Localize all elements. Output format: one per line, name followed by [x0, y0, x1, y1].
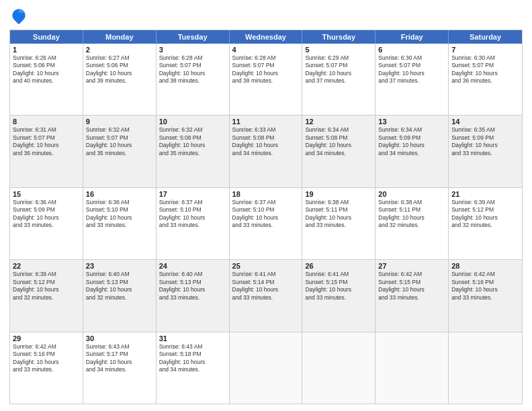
calendar-header-cell: Tuesday: [157, 30, 230, 44]
day-info: Sunrise: 6:42 AM Sunset: 5:16 PM Dayligh…: [13, 343, 80, 374]
calendar-cell: 6Sunrise: 6:30 AM Sunset: 5:07 PM Daylig…: [375, 44, 449, 115]
day-info: Sunrise: 6:34 AM Sunset: 5:08 PM Dayligh…: [305, 126, 372, 157]
calendar-row: 15Sunrise: 6:36 AM Sunset: 5:09 PM Dayli…: [10, 187, 522, 259]
calendar-cell: 25Sunrise: 6:41 AM Sunset: 5:14 PM Dayli…: [230, 260, 303, 331]
calendar-cell: 28Sunrise: 6:42 AM Sunset: 5:16 PM Dayli…: [449, 260, 522, 331]
calendar-header-cell: Friday: [375, 30, 449, 44]
day-info: Sunrise: 6:40 AM Sunset: 5:13 PM Dayligh…: [159, 271, 226, 302]
calendar-cell: 7Sunrise: 6:30 AM Sunset: 5:07 PM Daylig…: [449, 44, 522, 115]
day-number: 17: [159, 190, 226, 198]
day-number: 24: [159, 262, 226, 270]
day-number: 11: [232, 118, 300, 126]
day-info: Sunrise: 6:32 AM Sunset: 5:08 PM Dayligh…: [159, 126, 226, 157]
calendar-cell: 13Sunrise: 6:34 AM Sunset: 5:09 PM Dayli…: [375, 116, 449, 187]
calendar-cell: 3Sunrise: 6:28 AM Sunset: 5:07 PM Daylig…: [157, 44, 230, 115]
day-number: 9: [86, 118, 153, 126]
day-info: Sunrise: 6:28 AM Sunset: 5:07 PM Dayligh…: [159, 54, 226, 85]
day-info: Sunrise: 6:39 AM Sunset: 5:12 PM Dayligh…: [451, 199, 519, 230]
day-number: 18: [232, 190, 300, 198]
day-info: Sunrise: 6:41 AM Sunset: 5:15 PM Dayligh…: [305, 271, 372, 302]
calendar-row: 1Sunrise: 6:26 AM Sunset: 5:06 PM Daylig…: [10, 44, 522, 115]
day-number: 25: [232, 262, 300, 270]
calendar-cell: 19Sunrise: 6:38 AM Sunset: 5:11 PM Dayli…: [302, 188, 375, 259]
day-number: 30: [86, 334, 153, 342]
day-number: 1: [13, 46, 80, 54]
calendar-cell: 31Sunrise: 6:43 AM Sunset: 5:18 PM Dayli…: [157, 332, 230, 404]
day-info: Sunrise: 6:37 AM Sunset: 5:10 PM Dayligh…: [159, 199, 226, 230]
calendar-cell: 22Sunrise: 6:39 AM Sunset: 5:12 PM Dayli…: [10, 260, 83, 331]
calendar-header-cell: Saturday: [449, 30, 522, 44]
day-info: Sunrise: 6:36 AM Sunset: 5:09 PM Dayligh…: [13, 199, 80, 230]
calendar-cell: 10Sunrise: 6:32 AM Sunset: 5:08 PM Dayli…: [157, 116, 230, 187]
day-info: Sunrise: 6:42 AM Sunset: 5:15 PM Dayligh…: [378, 271, 445, 302]
calendar-cell: 29Sunrise: 6:42 AM Sunset: 5:16 PM Dayli…: [10, 332, 83, 404]
day-info: Sunrise: 6:41 AM Sunset: 5:14 PM Dayligh…: [232, 271, 300, 302]
day-number: 12: [305, 118, 372, 126]
day-info: Sunrise: 6:37 AM Sunset: 5:10 PM Dayligh…: [232, 199, 300, 230]
calendar-cell: 23Sunrise: 6:40 AM Sunset: 5:13 PM Dayli…: [83, 260, 157, 331]
day-info: Sunrise: 6:28 AM Sunset: 5:07 PM Dayligh…: [232, 54, 300, 85]
day-info: Sunrise: 6:26 AM Sunset: 5:06 PM Dayligh…: [13, 54, 80, 85]
calendar: SundayMondayTuesdayWednesdayThursdayFrid…: [9, 30, 523, 404]
calendar-cell: 24Sunrise: 6:40 AM Sunset: 5:13 PM Dayli…: [157, 260, 230, 331]
calendar-cell: 16Sunrise: 6:36 AM Sunset: 5:10 PM Dayli…: [83, 188, 157, 259]
calendar-cell: 18Sunrise: 6:37 AM Sunset: 5:10 PM Dayli…: [230, 188, 303, 259]
calendar-header-cell: Monday: [83, 30, 157, 44]
calendar-header: SundayMondayTuesdayWednesdayThursdayFrid…: [10, 30, 522, 44]
calendar-cell: 12Sunrise: 6:34 AM Sunset: 5:08 PM Dayli…: [302, 116, 375, 187]
day-info: Sunrise: 6:30 AM Sunset: 5:07 PM Dayligh…: [451, 54, 519, 85]
calendar-cell: 30Sunrise: 6:43 AM Sunset: 5:17 PM Dayli…: [83, 332, 157, 404]
calendar-row: 29Sunrise: 6:42 AM Sunset: 5:16 PM Dayli…: [10, 332, 522, 404]
day-number: 4: [232, 46, 300, 54]
day-info: Sunrise: 6:33 AM Sunset: 5:08 PM Dayligh…: [232, 126, 300, 157]
calendar-header-cell: Wednesday: [230, 30, 303, 44]
day-number: 5: [305, 46, 372, 54]
day-info: Sunrise: 6:32 AM Sunset: 5:07 PM Dayligh…: [86, 126, 153, 157]
day-info: Sunrise: 6:40 AM Sunset: 5:13 PM Dayligh…: [86, 271, 153, 302]
calendar-body: 1Sunrise: 6:26 AM Sunset: 5:06 PM Daylig…: [10, 44, 522, 404]
day-number: 15: [13, 190, 80, 198]
day-number: 10: [159, 118, 226, 126]
day-number: 16: [86, 190, 153, 198]
calendar-cell: [375, 332, 449, 404]
calendar-cell: 17Sunrise: 6:37 AM Sunset: 5:10 PM Dayli…: [157, 188, 230, 259]
day-number: 22: [13, 262, 80, 270]
day-number: 26: [305, 262, 372, 270]
day-number: 6: [378, 46, 445, 54]
day-info: Sunrise: 6:30 AM Sunset: 5:07 PM Dayligh…: [378, 54, 445, 85]
day-number: 29: [13, 334, 80, 342]
calendar-cell: 5Sunrise: 6:29 AM Sunset: 5:07 PM Daylig…: [302, 44, 375, 115]
logo: [9, 7, 31, 26]
calendar-cell: 4Sunrise: 6:28 AM Sunset: 5:07 PM Daylig…: [230, 44, 303, 115]
day-number: 21: [451, 190, 519, 198]
calendar-cell: 2Sunrise: 6:27 AM Sunset: 5:06 PM Daylig…: [83, 44, 157, 115]
day-info: Sunrise: 6:31 AM Sunset: 5:07 PM Dayligh…: [13, 126, 80, 157]
day-number: 3: [159, 46, 226, 54]
calendar-row: 8Sunrise: 6:31 AM Sunset: 5:07 PM Daylig…: [10, 115, 522, 187]
calendar-cell: 11Sunrise: 6:33 AM Sunset: 5:08 PM Dayli…: [230, 116, 303, 187]
day-number: 8: [13, 118, 80, 126]
calendar-cell: 8Sunrise: 6:31 AM Sunset: 5:07 PM Daylig…: [10, 116, 83, 187]
day-number: 28: [451, 262, 519, 270]
calendar-cell: 15Sunrise: 6:36 AM Sunset: 5:09 PM Dayli…: [10, 188, 83, 259]
calendar-cell: 20Sunrise: 6:38 AM Sunset: 5:11 PM Dayli…: [375, 188, 449, 259]
day-number: 13: [378, 118, 445, 126]
day-info: Sunrise: 6:29 AM Sunset: 5:07 PM Dayligh…: [305, 54, 372, 85]
day-info: Sunrise: 6:43 AM Sunset: 5:18 PM Dayligh…: [159, 343, 226, 374]
day-info: Sunrise: 6:35 AM Sunset: 5:09 PM Dayligh…: [451, 126, 519, 157]
calendar-header-cell: Sunday: [10, 30, 83, 44]
day-info: Sunrise: 6:43 AM Sunset: 5:17 PM Dayligh…: [86, 343, 153, 374]
calendar-cell: [302, 332, 375, 404]
calendar-header-cell: Thursday: [302, 30, 375, 44]
calendar-cell: 21Sunrise: 6:39 AM Sunset: 5:12 PM Dayli…: [449, 188, 522, 259]
day-info: Sunrise: 6:38 AM Sunset: 5:11 PM Dayligh…: [305, 199, 372, 230]
calendar-cell: [230, 332, 303, 404]
day-info: Sunrise: 6:27 AM Sunset: 5:06 PM Dayligh…: [86, 54, 153, 85]
calendar-cell: 14Sunrise: 6:35 AM Sunset: 5:09 PM Dayli…: [449, 116, 522, 187]
day-number: 23: [86, 262, 153, 270]
day-info: Sunrise: 6:36 AM Sunset: 5:10 PM Dayligh…: [86, 199, 153, 230]
day-info: Sunrise: 6:39 AM Sunset: 5:12 PM Dayligh…: [13, 271, 80, 302]
day-number: 14: [451, 118, 519, 126]
calendar-cell: [449, 332, 522, 404]
day-info: Sunrise: 6:38 AM Sunset: 5:11 PM Dayligh…: [378, 199, 445, 230]
